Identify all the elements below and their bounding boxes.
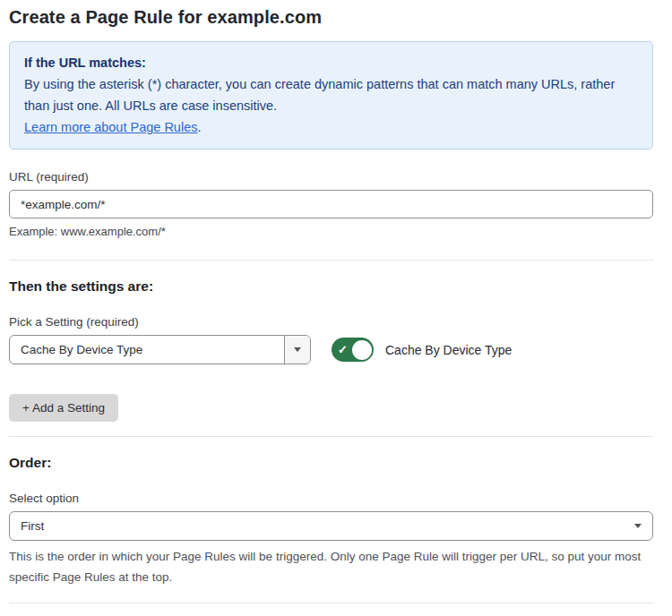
order-section-heading: Order: — [9, 455, 653, 471]
divider — [9, 260, 653, 261]
toggle-label: Cache By Device Type — [385, 343, 512, 357]
chevron-down-icon — [634, 524, 642, 528]
check-icon: ✓ — [338, 344, 348, 355]
setting-row: Cache By Device Type ✓ Cache By Device T… — [9, 335, 653, 364]
url-field-label: URL (required) — [9, 170, 653, 184]
info-box-body: By using the asterisk (*) character, you… — [24, 73, 638, 116]
chevron-down-icon — [294, 347, 301, 352]
order-helper-text: This is the order in which your Page Rul… — [9, 546, 653, 587]
info-box-link-row: Learn more about Page Rules. — [24, 116, 638, 138]
toggle-knob — [352, 340, 372, 360]
setting-select[interactable]: Cache By Device Type — [9, 335, 311, 364]
url-match-info-box: If the URL matches: By using the asteris… — [9, 41, 653, 150]
learn-more-link[interactable]: Learn more about Page Rules — [24, 120, 197, 134]
create-page-rule-form: Create a Page Rule for example.com If th… — [0, 0, 672, 616]
page-title: Create a Page Rule for example.com — [9, 7, 653, 28]
add-setting-button[interactable]: + Add a Setting — [9, 394, 118, 422]
setting-select-arrow-button[interactable] — [284, 336, 310, 364]
settings-section-heading: Then the settings are: — [9, 278, 653, 295]
divider — [9, 603, 653, 603]
order-select-value: First — [21, 519, 634, 533]
cache-by-device-type-toggle[interactable]: ✓ — [332, 338, 374, 362]
setting-select-value: Cache By Device Type — [10, 336, 284, 364]
order-select[interactable]: First — [9, 511, 653, 541]
info-box-heading: If the URL matches: — [24, 52, 638, 73]
divider — [9, 436, 653, 437]
url-example-helper: Example: www.example.com/* — [9, 225, 653, 238]
link-suffix: . — [197, 120, 201, 134]
url-input[interactable] — [9, 190, 653, 218]
order-select-label: Select option — [9, 492, 653, 505]
pick-setting-label: Pick a Setting (required) — [9, 315, 653, 329]
